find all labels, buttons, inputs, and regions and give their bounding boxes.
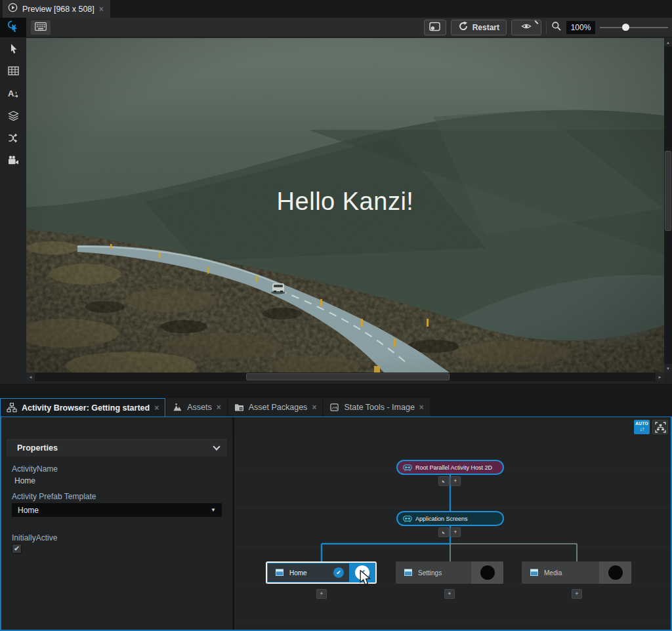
activity-name-value[interactable]: Home [14, 476, 35, 485]
add-child-button[interactable]: + [444, 589, 455, 599]
bottom-panel: Activity Browser: Getting started × Asse… [0, 398, 672, 631]
node-label: Application Screens [415, 516, 468, 522]
activity-host-icon [403, 514, 412, 523]
vertical-scroll-thumb[interactable] [665, 151, 671, 231]
select-tool-button[interactable] [0, 37, 26, 60]
chevron-down-icon [213, 443, 220, 450]
add-child-button[interactable]: + [450, 476, 461, 486]
activate-toggle-area[interactable] [599, 561, 631, 584]
kanzi-studio-window: Preview [968 x 508] × [0, 0, 672, 631]
add-child-button[interactable]: + [316, 589, 327, 599]
tab-preview[interactable]: Preview [968 x 508] × [3, 0, 110, 18]
camera-tool-button[interactable] [0, 149, 26, 171]
tab-assets[interactable]: Assets × [167, 398, 227, 417]
node-label: Media [544, 569, 562, 577]
tab-asset-packages[interactable]: Asset Packages × [228, 398, 323, 417]
restart-icon [458, 21, 469, 34]
video-camera-icon [8, 155, 19, 165]
activity-name-label: ActivityName [12, 464, 58, 474]
zoom-slider[interactable] [600, 20, 668, 35]
node-root-parallel-activity-host[interactable]: Root Parallel Activity Host 2D [396, 460, 504, 475]
node-application-screens[interactable]: Application Screens [396, 511, 504, 526]
scroll-up-button[interactable]: ▲ [664, 38, 672, 47]
zoom-level-field[interactable]: 100% [566, 21, 595, 34]
close-icon[interactable]: × [217, 403, 221, 411]
tab-state-tools[interactable]: State Tools - Image × [324, 398, 429, 417]
add-child-button[interactable]: + [572, 589, 582, 599]
restart-button[interactable]: Restart [451, 20, 507, 35]
horizontal-scroll-thumb[interactable] [246, 373, 450, 380]
node-settings[interactable]: Settings [396, 561, 503, 584]
tab-label: Activity Browser: Getting started [22, 403, 150, 413]
preview-tab-strip: Preview [968 x 508] × [0, 0, 672, 18]
activity-graph[interactable]: Root Parallel Activity Host 2D ◣ + Appli… [234, 434, 671, 630]
node-label: Settings [418, 569, 442, 577]
preview-tool-strip: A [0, 37, 26, 373]
svg-text:A: A [8, 89, 14, 98]
pip-mode-button[interactable] [424, 20, 446, 35]
close-icon[interactable]: × [154, 404, 159, 412]
activity-screen-icon [275, 568, 284, 577]
node-label: Root Parallel Activity Host 2D [415, 464, 492, 471]
asset-package-folder-icon [234, 403, 244, 412]
activity-tree-icon [7, 403, 17, 413]
graph-toolbar: AUTO ↓↑ [634, 420, 668, 434]
inactive-circle[interactable] [608, 565, 623, 580]
fit-tree-icon [655, 422, 666, 433]
layers-tool-button[interactable] [0, 104, 26, 127]
preview-viewport[interactable]: Hello Kanzi! [26, 38, 664, 373]
preview-horizontal-scrollbar[interactable]: ◄ ► [26, 373, 664, 381]
prefab-template-dropdown[interactable]: Home ▼ [12, 503, 222, 517]
keyboard-tool-button[interactable] [30, 20, 51, 35]
scroll-left-button[interactable]: ◄ [26, 373, 35, 381]
properties-header[interactable]: Properties [7, 439, 227, 457]
zoom-slider-thumb[interactable] [622, 24, 629, 31]
interact-cursor-icon [7, 20, 20, 35]
scroll-right-button[interactable]: ► [656, 373, 664, 381]
inactive-circle[interactable] [480, 565, 495, 580]
preview-tab-title: Preview [968 x 508] [22, 5, 94, 14]
preview-vertical-scrollbar[interactable]: ▲ ▼ [664, 38, 672, 373]
zoom-slider-track [600, 27, 668, 28]
interact-tool-button[interactable] [0, 18, 26, 37]
fit-to-view-button[interactable] [652, 420, 668, 434]
prefab-template-label: Activity Prefab Template [12, 492, 96, 501]
zoom-magnifier-icon [551, 21, 562, 34]
flow-tool-button[interactable] [0, 127, 26, 149]
properties-pane: Properties ActivityName Home Activity Pr… [1, 434, 232, 630]
close-icon[interactable]: × [312, 403, 316, 411]
tab-label: State Tools - Image [344, 403, 414, 412]
text-tool-button[interactable]: A [0, 82, 26, 104]
tab-label: Assets [187, 403, 212, 412]
check-icon: ✔ [14, 545, 20, 552]
node-label: Home [289, 569, 307, 577]
select-arrow-icon [9, 43, 18, 54]
hello-kanzi-text: Hello Kanzi! [26, 188, 664, 216]
auto-layout-button[interactable]: AUTO ↓↑ [634, 420, 650, 434]
toolbar-divider [546, 22, 547, 33]
node-media[interactable]: Media [522, 561, 631, 584]
layers-icon [8, 110, 19, 121]
collapse-button[interactable]: ◣ [438, 476, 449, 486]
restart-label: Restart [472, 23, 499, 32]
scroll-down-button[interactable]: ▼ [664, 364, 672, 373]
assets-icon [173, 403, 182, 412]
tab-activity-browser[interactable]: Activity Browser: Getting started × [0, 398, 165, 417]
preview-toolbar: Restart 100% [0, 18, 672, 37]
active-check-badge: ✔ [333, 567, 344, 578]
activity-browser-content: AUTO ↓↑ Properties [0, 417, 672, 631]
close-icon[interactable]: × [419, 403, 424, 411]
initially-active-label: InitiallyActive [12, 533, 57, 542]
close-icon[interactable]: × [99, 5, 104, 13]
prefab-template-value: Home [18, 506, 39, 515]
table-icon [8, 66, 19, 75]
initially-active-checkbox[interactable]: ✔ [12, 544, 22, 554]
preview-panel: Restart 100% [0, 18, 672, 384]
grid-tool-button[interactable] [0, 60, 26, 82]
collapse-button[interactable]: ◣ [438, 527, 449, 537]
activate-toggle-area[interactable] [471, 561, 503, 584]
activity-screen-icon [404, 568, 413, 577]
add-child-button[interactable]: + [450, 527, 461, 537]
visibility-button[interactable] [511, 20, 541, 35]
eye-icon [520, 22, 532, 33]
